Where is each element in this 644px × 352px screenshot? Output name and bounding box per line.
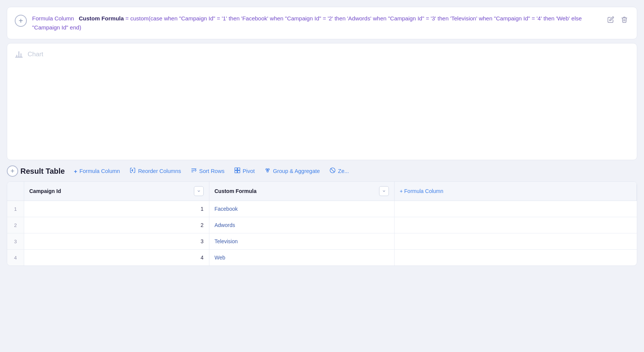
th-row-num bbox=[7, 182, 24, 201]
svg-line-17 bbox=[331, 168, 334, 172]
add-col-4 bbox=[394, 250, 637, 266]
plus-icon: + bbox=[74, 168, 77, 174]
add-col-3 bbox=[394, 233, 637, 250]
pivot-icon bbox=[234, 167, 240, 175]
pivot-label: Pivot bbox=[243, 168, 255, 174]
campaign-id-2: 2 bbox=[24, 217, 209, 233]
add-col-1 bbox=[394, 201, 637, 217]
zero-label: Ze... bbox=[338, 168, 349, 174]
svg-rect-9 bbox=[235, 171, 237, 173]
custom-formula-2: Adwords bbox=[209, 217, 394, 233]
custom-formula-3: Television bbox=[209, 233, 394, 250]
th-campaign-id: Campaign Id bbox=[24, 182, 209, 201]
sort-rows-button[interactable]: Sort Rows bbox=[187, 165, 228, 177]
formula-name: Custom Formula bbox=[79, 15, 124, 22]
formula-column-label: Formula Column bbox=[32, 15, 74, 22]
row-num-3: 3 bbox=[7, 233, 24, 250]
zero-icon bbox=[330, 167, 336, 175]
svg-line-15 bbox=[268, 170, 269, 170]
formula-text: Formula Column Custom Formula = custom(c… bbox=[32, 14, 601, 32]
campaign-id-4: 4 bbox=[24, 250, 209, 266]
table-row: 4 4 Web bbox=[7, 250, 637, 266]
th-custom-formula: Custom Formula bbox=[209, 182, 394, 201]
data-table-wrap: Campaign Id Custom Formula bbox=[7, 181, 637, 266]
add-formula-column-th-label: + Formula Column bbox=[400, 188, 632, 194]
chart-area: Chart bbox=[7, 43, 637, 160]
group-aggregate-label: Group & Aggregate bbox=[273, 168, 320, 174]
formula-column-action-label: Formula Column bbox=[79, 168, 120, 174]
add-col-2 bbox=[394, 217, 637, 233]
svg-rect-10 bbox=[238, 171, 240, 173]
chart-icon bbox=[15, 50, 23, 61]
custom-formula-1: Facebook bbox=[209, 201, 394, 217]
add-formula-column-button[interactable]: + Formula Column bbox=[70, 166, 124, 176]
formula-edit-button[interactable] bbox=[606, 15, 616, 26]
row-num-1: 1 bbox=[7, 201, 24, 217]
svg-rect-7 bbox=[235, 168, 237, 170]
formula-eq: = bbox=[125, 15, 130, 22]
table-row: 3 3 Television bbox=[7, 233, 637, 250]
custom-formula-dropdown-button[interactable] bbox=[379, 186, 389, 196]
th-add-formula-column[interactable]: + Formula Column bbox=[394, 182, 637, 201]
group-icon bbox=[265, 167, 271, 175]
reorder-icon bbox=[130, 167, 136, 175]
pivot-button[interactable]: Pivot bbox=[231, 165, 259, 177]
result-table-title: Result Table bbox=[20, 167, 65, 176]
campaign-id-dropdown-button[interactable] bbox=[194, 186, 204, 196]
reorder-columns-button[interactable]: Reorder Columns bbox=[126, 165, 185, 177]
sort-icon bbox=[191, 167, 197, 175]
campaign-id-3: 3 bbox=[24, 233, 209, 250]
campaign-id-1: 1 bbox=[24, 201, 209, 217]
formula-card: + Formula Column Custom Formula = custom… bbox=[7, 7, 637, 39]
group-aggregate-button[interactable]: Group & Aggregate bbox=[261, 165, 324, 177]
sort-rows-label: Sort Rows bbox=[199, 168, 224, 174]
custom-formula-4: Web bbox=[209, 250, 394, 266]
formula-card-add-button[interactable]: + bbox=[15, 15, 27, 27]
row-num-4: 4 bbox=[7, 250, 24, 266]
row-num-2: 2 bbox=[7, 217, 24, 233]
table-row: 1 1 Facebook bbox=[7, 201, 637, 217]
result-table-add-button[interactable]: + bbox=[7, 165, 18, 177]
data-table: Campaign Id Custom Formula bbox=[7, 182, 637, 266]
result-section: + Result Table + Formula Column Reorder … bbox=[7, 165, 637, 266]
reorder-columns-label: Reorder Columns bbox=[138, 168, 181, 174]
zero-button[interactable]: Ze... bbox=[326, 165, 353, 177]
th-custom-formula-label: Custom Formula bbox=[215, 188, 257, 194]
table-header-row: Campaign Id Custom Formula bbox=[7, 182, 637, 201]
formula-actions bbox=[606, 15, 629, 26]
table-row: 2 2 Adwords bbox=[7, 217, 637, 233]
chart-label: Chart bbox=[28, 51, 43, 58]
svg-rect-8 bbox=[238, 168, 240, 170]
th-campaign-id-label: Campaign Id bbox=[29, 188, 61, 194]
result-header: + Result Table + Formula Column Reorder … bbox=[7, 165, 637, 181]
formula-delete-button[interactable] bbox=[619, 15, 629, 26]
